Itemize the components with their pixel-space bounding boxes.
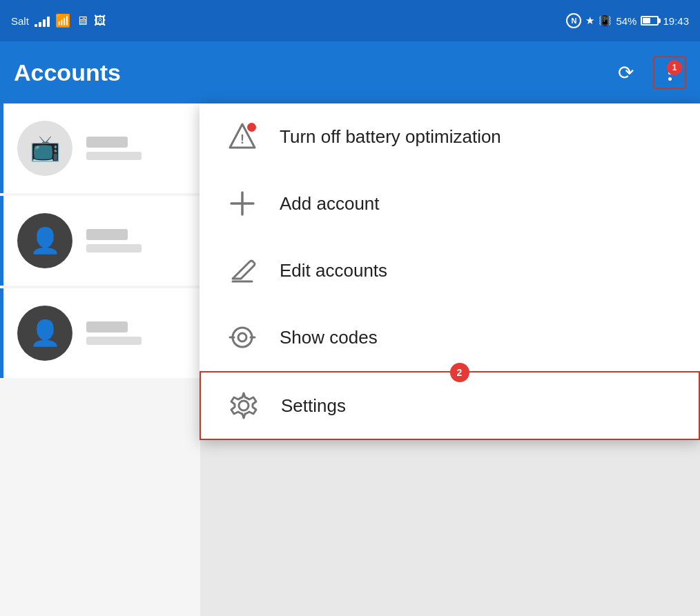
add-icon <box>227 188 257 219</box>
signal-bars-icon <box>35 14 50 27</box>
menu-item-add-account[interactable]: Add account <box>200 170 700 237</box>
battery-percentage: 54% <box>616 15 636 27</box>
status-bar-right: N ★ 📳 54% 19:43 <box>566 13 689 28</box>
vibrate-icon: 📳 <box>599 14 612 27</box>
refresh-button[interactable]: ⟳ <box>609 56 642 89</box>
edit-accounts-label: Edit accounts <box>280 260 387 281</box>
battery-warning-badge <box>247 123 256 132</box>
account-sub-blur <box>86 152 142 160</box>
svg-point-6 <box>238 333 246 341</box>
battery-icon <box>641 16 659 26</box>
avatar: 👤 <box>17 213 72 268</box>
dropdown-menu: ! Turn off battery optimization Add acco… <box>200 103 700 440</box>
settings-icon <box>229 390 259 421</box>
account-text <box>86 321 186 345</box>
svg-text:!: ! <box>240 132 244 146</box>
settings-label: Settings <box>281 395 346 417</box>
bluetooth-icon: ★ <box>585 14 594 27</box>
account-item[interactable]: 👤 <box>0 196 200 286</box>
id-card-icon: 📺 <box>30 134 61 163</box>
add-account-label: Add account <box>280 193 380 215</box>
account-list: 📺 👤 👤 <box>0 103 200 616</box>
person-icon: 👤 <box>30 319 61 348</box>
svg-point-5 <box>233 328 252 347</box>
person-icon: 👤 <box>30 226 61 255</box>
carrier-label: Salt <box>11 15 29 27</box>
battery-optimization-label: Turn off battery optimization <box>280 126 501 148</box>
status-bar: Salt 📶 🖥 🖼 N ★ 📳 54% 19:43 <box>0 0 700 41</box>
more-options-button[interactable]: 1 <box>653 56 686 89</box>
nfc-icon: N <box>566 13 581 28</box>
account-name-blur <box>86 229 128 240</box>
menu-item-battery-optimization[interactable]: ! Turn off battery optimization <box>200 103 700 170</box>
app-bar: Accounts ⟳ 1 <box>0 41 700 103</box>
wifi-icon: 📶 <box>55 13 70 28</box>
image-icon: 🖼 <box>94 14 106 28</box>
refresh-icon: ⟳ <box>618 61 634 84</box>
more-options-badge: 1 <box>667 60 682 75</box>
account-sub-blur <box>86 337 142 345</box>
menu-item-show-codes[interactable]: Show codes <box>200 304 700 371</box>
edit-icon <box>227 255 257 286</box>
monitor-icon: 🖥 <box>76 14 88 28</box>
menu-item-edit-accounts[interactable]: Edit accounts <box>200 237 700 304</box>
account-sub-blur <box>86 244 142 252</box>
status-bar-left: Salt 📶 🖥 🖼 <box>11 13 106 28</box>
account-item[interactable]: 👤 <box>0 288 200 378</box>
time-label: 19:43 <box>663 15 689 27</box>
battery-warning-icon: ! <box>227 121 257 152</box>
page-title: Accounts <box>14 59 121 86</box>
menu-item-settings[interactable]: 2 Settings <box>200 371 700 440</box>
avatar: 📺 <box>17 121 72 176</box>
show-codes-icon <box>227 322 257 352</box>
settings-badge: 2 <box>450 363 469 382</box>
account-text <box>86 229 186 252</box>
app-bar-actions: ⟳ 1 <box>609 56 686 89</box>
show-codes-label: Show codes <box>280 327 378 348</box>
account-name-blur <box>86 321 128 332</box>
account-item[interactable]: 📺 <box>0 103 200 193</box>
account-text <box>86 137 186 160</box>
avatar: 👤 <box>17 306 72 361</box>
main-content: 📺 👤 👤 <box>0 103 700 616</box>
svg-point-9 <box>239 401 249 410</box>
account-name-blur <box>86 137 128 148</box>
